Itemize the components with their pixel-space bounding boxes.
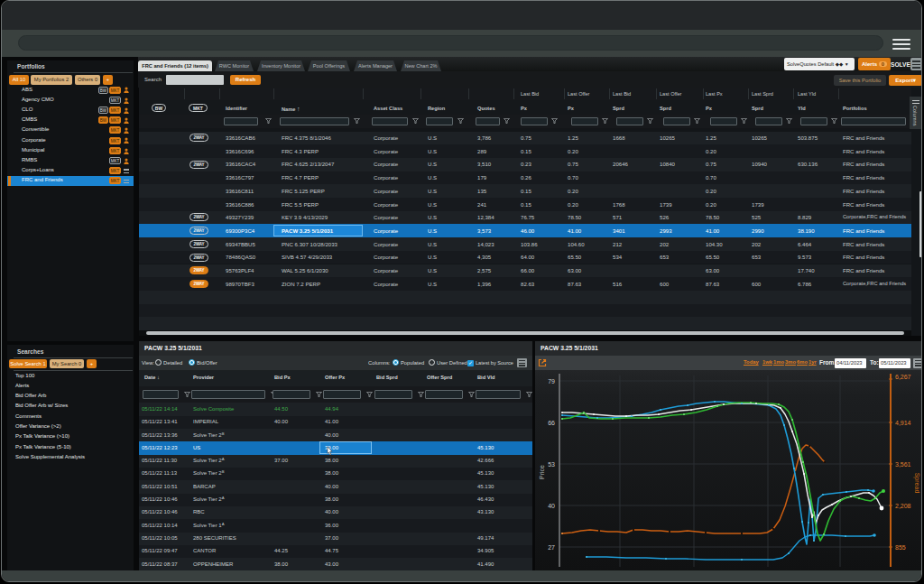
svg-text:79: 79 (548, 378, 555, 385)
svg-text:53: 53 (548, 461, 555, 468)
svg-text:Price: Price (539, 465, 545, 479)
svg-text:40: 40 (548, 503, 555, 509)
svg-text:27: 27 (548, 544, 555, 551)
svg-text:6,267: 6,267 (895, 374, 911, 380)
svg-text:3,561: 3,561 (895, 461, 911, 468)
svg-text:855: 855 (895, 544, 906, 551)
svg-text:4,914: 4,914 (895, 420, 911, 426)
svg-text:2,208: 2,208 (895, 503, 911, 509)
svg-text:66: 66 (548, 420, 555, 426)
svg-text:Spread: Spread (913, 473, 920, 494)
